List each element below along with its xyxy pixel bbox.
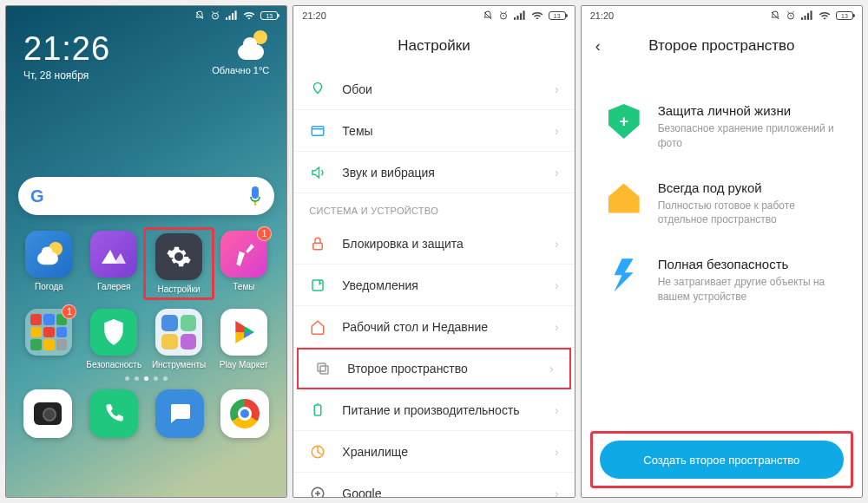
status-time: 21:20	[302, 10, 326, 21]
settings-item-label: Звук и вибрация	[342, 166, 555, 180]
feature-description: Безопасное хранение приложений и фото	[658, 121, 838, 151]
app-gallery[interactable]: Галерея	[82, 231, 147, 297]
svg-marker-6	[114, 253, 126, 264]
create-space-button[interactable]: Создать второе пространство	[600, 441, 844, 479]
svg-rect-27	[810, 10, 812, 20]
settings-item-google[interactable]: Google ›	[293, 473, 574, 498]
clock-widget[interactable]: 21:26 Чт, 28 ноября	[23, 30, 110, 82]
settings-item-wallpaper[interactable]: Обои ›	[293, 69, 574, 110]
settings-item-lock[interactable]: Блокировка и защита ›	[293, 223, 574, 265]
battery-icon: 13	[549, 11, 566, 20]
alarm-icon	[786, 10, 796, 21]
settings-item-themes[interactable]: Темы ›	[293, 110, 574, 152]
chevron-right-icon: ›	[555, 237, 559, 251]
home-icon	[309, 318, 326, 336]
second-space-screen: 21:20 13 ‹ Второе пространство Защита ли…	[581, 5, 863, 498]
svg-rect-2	[229, 16, 231, 20]
svg-rect-3	[232, 13, 233, 20]
storage-icon	[309, 443, 326, 461]
svg-rect-10	[520, 13, 522, 20]
settings-item-label: Рабочий стол и Недавние	[342, 320, 555, 334]
chevron-right-icon: ›	[555, 166, 559, 180]
feature-description: Полностью готовое к работе отдельное про…	[658, 199, 838, 228]
settings-item-space[interactable]: Второе пространство ›	[297, 348, 570, 389]
lock-icon	[309, 235, 326, 252]
wifi-icon	[531, 10, 543, 21]
status-time: 21:20	[590, 10, 615, 21]
battery-icon: 13	[260, 11, 278, 20]
svg-rect-9	[516, 16, 518, 20]
house-icon	[606, 180, 642, 217]
settings-item-label: Хранилище	[342, 445, 555, 459]
app-google-folder[interactable]: 1	[16, 309, 82, 369]
home-screen: 13 21:26 Чт, 28 ноября Облачно 1°C G	[5, 5, 287, 498]
mic-icon[interactable]	[248, 186, 262, 206]
svg-rect-11	[523, 10, 524, 20]
settings-item-sound[interactable]: Звук и вибрация ›	[293, 152, 574, 193]
app-weather[interactable]: Погода	[16, 231, 82, 297]
status-bar: 21:20 13	[293, 6, 574, 25]
themes-icon	[309, 122, 326, 140]
weather-icon	[236, 30, 269, 63]
dnd-icon	[770, 10, 780, 21]
settings-item-home[interactable]: Рабочий стол и Недавние ›	[293, 306, 574, 348]
dock-messages[interactable]	[155, 389, 204, 438]
chrome-icon	[220, 389, 269, 438]
app-tools-folder[interactable]: Инструменты	[147, 309, 212, 369]
badge: 1	[257, 226, 272, 241]
settings-item-label: Уведомления	[342, 278, 555, 292]
sound-icon	[309, 164, 326, 181]
messages-icon	[155, 389, 204, 438]
alarm-icon	[210, 10, 220, 21]
page-title: Второе пространство	[648, 37, 794, 54]
app-security[interactable]: Безопасность	[82, 309, 147, 369]
dock-phone[interactable]	[89, 389, 138, 438]
signal-icon	[226, 10, 238, 21]
notif-icon	[309, 277, 326, 294]
google-search-bar[interactable]: G	[18, 177, 274, 215]
play-store-icon	[220, 309, 267, 356]
tools-folder-icon	[155, 309, 202, 356]
settings-item-notif[interactable]: Уведомления ›	[293, 265, 574, 306]
settings-app-icon	[155, 233, 202, 280]
settings-item-label: Темы	[342, 124, 555, 138]
camera-icon	[23, 389, 72, 438]
page-indicator	[6, 376, 286, 381]
svg-rect-17	[315, 405, 322, 415]
dock	[6, 386, 286, 447]
dock-camera[interactable]	[23, 389, 72, 438]
clock-date: Чт, 28 ноября	[23, 69, 110, 82]
signal-icon	[514, 10, 526, 21]
app-themes[interactable]: 1 Темы	[211, 231, 276, 297]
chevron-right-icon: ›	[549, 362, 554, 376]
bolt-icon	[606, 257, 642, 293]
folder-icon: 1	[25, 309, 72, 356]
signal-icon	[801, 10, 813, 21]
feature-bolt: Полная безопасность Не затрагивает други…	[606, 257, 838, 304]
settings-item-label: Второе пространство	[347, 362, 549, 376]
dock-chrome[interactable]	[220, 389, 269, 438]
weather-widget[interactable]: Облачно 1°C	[212, 30, 269, 75]
chevron-right-icon: ›	[555, 124, 559, 138]
settings-item-storage[interactable]: Хранилище ›	[293, 431, 574, 473]
settings-item-power[interactable]: Питание и производительность ›	[293, 389, 574, 431]
shield-icon	[606, 103, 642, 140]
svg-rect-14	[312, 280, 323, 291]
svg-rect-1	[226, 17, 227, 20]
app-play-store[interactable]: Play Маркет	[211, 309, 276, 369]
chevron-right-icon: ›	[555, 320, 559, 334]
svg-rect-24	[801, 17, 803, 20]
google-icon	[309, 485, 326, 499]
svg-rect-25	[804, 16, 806, 20]
status-bar: 13	[6, 6, 286, 25]
svg-rect-4	[235, 10, 237, 20]
phone-icon	[89, 389, 138, 438]
settings-item-label: Google	[342, 487, 555, 499]
svg-rect-8	[514, 17, 516, 20]
back-button[interactable]: ‹	[595, 37, 601, 56]
alarm-icon	[498, 10, 509, 21]
cta-highlight: Создать второе пространство	[590, 431, 853, 488]
gallery-app-icon	[90, 231, 137, 278]
feature-title: Всегда под рукой	[658, 180, 838, 195]
app-settings-highlighted[interactable]: Настройки	[143, 227, 215, 300]
